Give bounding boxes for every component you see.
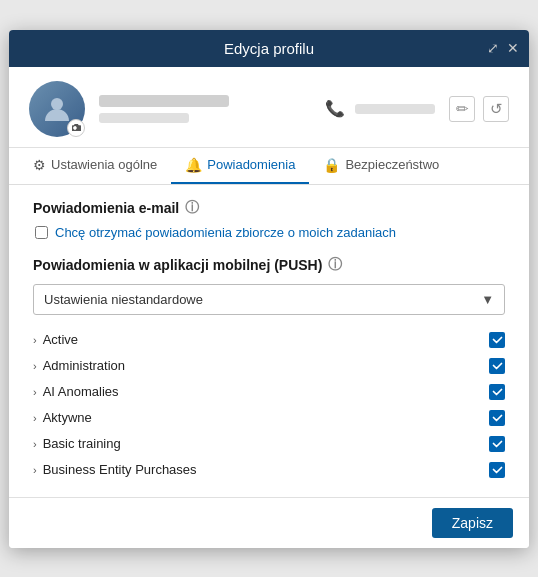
list-item-label: AI Anomalies bbox=[43, 384, 489, 399]
list-item-label: Business Entity Purchases bbox=[43, 462, 489, 477]
chevron-down-icon: ▼ bbox=[481, 292, 494, 307]
list-item-checkbox[interactable] bbox=[489, 436, 505, 452]
list-item-checkbox[interactable] bbox=[489, 410, 505, 426]
push-title-text: Powiadomienia w aplikacji mobilnej (PUSH… bbox=[33, 257, 322, 273]
tab-security-label: Bezpieczeństwo bbox=[345, 157, 439, 172]
chevron-right-icon[interactable]: › bbox=[33, 360, 37, 372]
settings-icon: ⚙ bbox=[33, 157, 46, 173]
list-item-checkbox[interactable] bbox=[489, 358, 505, 374]
list-item: ›AI Anomalies bbox=[33, 379, 505, 405]
profile-section: 📞 ✏ ↺ bbox=[9, 67, 529, 148]
profile-info bbox=[99, 95, 311, 123]
camera-icon[interactable] bbox=[67, 119, 85, 137]
list-item: ›Aktywne bbox=[33, 405, 505, 431]
svg-point-0 bbox=[51, 98, 63, 110]
email-checkbox-row: Chcę otrzymać powiadomienia zbiorcze o m… bbox=[33, 225, 505, 240]
dropdown-label: Ustawienia niestandardowe bbox=[44, 292, 203, 307]
push-info-icon[interactable]: ⓘ bbox=[328, 256, 342, 274]
list-item: ›Business Entity Purchases bbox=[33, 457, 505, 483]
expand-icon[interactable]: ⤢ bbox=[487, 40, 499, 56]
push-dropdown[interactable]: Ustawienia niestandardowe ▼ bbox=[33, 284, 505, 315]
list-item-label: Basic training bbox=[43, 436, 489, 451]
profile-name-placeholder bbox=[99, 95, 229, 107]
chevron-right-icon[interactable]: › bbox=[33, 334, 37, 346]
list-item: ›Administration bbox=[33, 353, 505, 379]
profile-edit-icons: ✏ ↺ bbox=[449, 96, 509, 122]
list-item: ›Basic training bbox=[33, 431, 505, 457]
close-icon[interactable]: ✕ bbox=[507, 40, 519, 56]
chevron-right-icon[interactable]: › bbox=[33, 464, 37, 476]
list-item-checkbox[interactable] bbox=[489, 332, 505, 348]
list-item-label: Active bbox=[43, 332, 489, 347]
save-button[interactable]: Zapisz bbox=[432, 508, 513, 538]
modal-header: Edycja profilu ⤢ ✕ bbox=[9, 30, 529, 67]
tab-notifications-label: Powiadomienia bbox=[207, 157, 295, 172]
chevron-right-icon[interactable]: › bbox=[33, 438, 37, 450]
profile-contact: 📞 bbox=[325, 99, 435, 118]
modal: Edycja profilu ⤢ ✕ 📞 bbox=[9, 30, 529, 548]
profile-sub-placeholder bbox=[99, 113, 189, 123]
chevron-right-icon[interactable]: › bbox=[33, 412, 37, 424]
modal-title: Edycja profilu bbox=[224, 40, 314, 57]
phone-icon: 📞 bbox=[325, 99, 345, 118]
push-section-title: Powiadomienia w aplikacji mobilnej (PUSH… bbox=[33, 256, 505, 274]
list-item-label: Aktywne bbox=[43, 410, 489, 425]
phone-placeholder bbox=[355, 104, 435, 114]
list-item-checkbox[interactable] bbox=[489, 462, 505, 478]
list-item-checkbox[interactable] bbox=[489, 384, 505, 400]
content-area: Powiadomienia e-mail ⓘ Chcę otrzymać pow… bbox=[9, 185, 529, 497]
edit-icon[interactable]: ✏ bbox=[449, 96, 475, 122]
security-icon: 🔒 bbox=[323, 157, 340, 173]
email-section-title: Powiadomienia e-mail ⓘ bbox=[33, 199, 505, 217]
tab-notifications[interactable]: 🔔 Powiadomienia bbox=[171, 148, 309, 184]
email-checkbox[interactable] bbox=[35, 226, 48, 239]
email-info-icon[interactable]: ⓘ bbox=[185, 199, 199, 217]
tab-settings[interactable]: ⚙ Ustawienia ogólne bbox=[19, 148, 171, 184]
tab-security[interactable]: 🔒 Bezpieczeństwo bbox=[309, 148, 453, 184]
email-title-text: Powiadomienia e-mail bbox=[33, 200, 179, 216]
tabs-bar: ⚙ Ustawienia ogólne 🔔 Powiadomienia 🔒 Be… bbox=[9, 148, 529, 185]
chevron-right-icon[interactable]: › bbox=[33, 386, 37, 398]
modal-footer: Zapisz bbox=[9, 497, 529, 548]
modal-header-actions: ⤢ ✕ bbox=[487, 40, 519, 56]
list-item: ›Active bbox=[33, 327, 505, 353]
avatar-wrap bbox=[29, 81, 85, 137]
notifications-icon: 🔔 bbox=[185, 157, 202, 173]
email-checkbox-label[interactable]: Chcę otrzymać powiadomienia zbiorcze o m… bbox=[55, 225, 396, 240]
list-item-label: Administration bbox=[43, 358, 489, 373]
push-items-list: ›Active›Administration›AI Anomalies›Akty… bbox=[33, 327, 505, 483]
undo-icon[interactable]: ↺ bbox=[483, 96, 509, 122]
tab-settings-label: Ustawienia ogólne bbox=[51, 157, 157, 172]
